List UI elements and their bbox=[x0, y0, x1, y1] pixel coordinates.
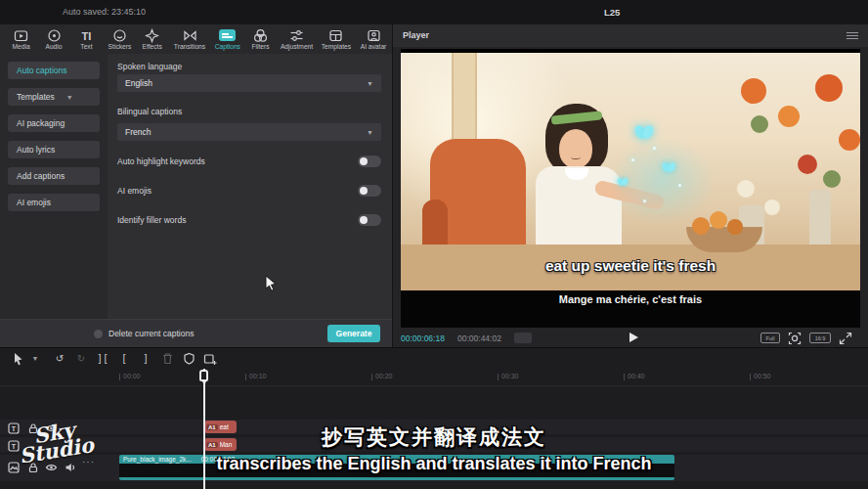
redo-icon[interactable]: ↻ bbox=[70, 350, 92, 368]
tab-adjustment[interactable]: Adjustment bbox=[277, 25, 317, 53]
burned-subtitle-chinese: 抄写英文并翻译成法文 bbox=[0, 423, 868, 451]
text-icon: TI bbox=[79, 28, 94, 42]
sidebar-item-templates[interactable]: Templates▼ bbox=[8, 88, 100, 106]
video-frame bbox=[401, 53, 860, 290]
captions-sidebar: Auto captions Templates▼ AI packaging Au… bbox=[0, 54, 108, 319]
mouse-cursor bbox=[265, 275, 278, 295]
svg-text:TI: TI bbox=[82, 29, 92, 41]
autosave-status: Auto saved: 23:45:10 bbox=[63, 7, 146, 17]
captions-actionbar: Delete current captions Generate bbox=[0, 319, 392, 347]
sidebar-item-ai-packaging[interactable]: AI packaging bbox=[8, 114, 100, 132]
checkbox-icon bbox=[94, 330, 103, 338]
current-time: 00:00:06:18 bbox=[401, 333, 445, 343]
select-tool-icon[interactable] bbox=[8, 350, 29, 368]
delete-icon[interactable] bbox=[156, 350, 178, 368]
sidebar-item-auto-captions[interactable]: Auto captions bbox=[8, 62, 100, 79]
player-title: Player bbox=[403, 30, 429, 40]
templates-icon bbox=[328, 28, 343, 42]
filters-icon bbox=[253, 28, 268, 42]
topbar: Auto saved: 23:45:10 L25 bbox=[0, 0, 868, 24]
chevron-down-icon: ▼ bbox=[66, 94, 73, 101]
tab-media[interactable]: Media bbox=[5, 25, 38, 53]
tab-filters[interactable]: Filters bbox=[243, 25, 277, 53]
auto-highlight-toggle[interactable] bbox=[358, 156, 381, 167]
caption-settings: Spoken language English ▼ Bilingual capt… bbox=[108, 54, 392, 319]
video-preview: eat up sweetie it's fresh Mange ma chéri… bbox=[401, 49, 860, 328]
tab-effects[interactable]: Effects bbox=[136, 25, 169, 53]
transitions-icon bbox=[183, 28, 197, 42]
spoken-language-select[interactable]: English ▼ bbox=[117, 74, 381, 92]
sidebar-item-add-captions[interactable]: Add captions bbox=[8, 167, 100, 185]
split-icon[interactable]: ][ bbox=[92, 350, 113, 368]
ribbon-toolbar: Media Audio TI Text Stickers Effects Tra… bbox=[0, 24, 392, 54]
player-panel: Player bbox=[393, 24, 868, 347]
player-menu-icon[interactable] bbox=[846, 32, 858, 41]
timeline-toolbar: ▼ ↺ ↻ ][ [ ] bbox=[0, 348, 868, 369]
undo-icon[interactable]: ↺ bbox=[49, 350, 70, 368]
tab-stickers[interactable]: Stickers bbox=[104, 25, 137, 53]
auto-highlight-row: Auto highlight keywords bbox=[117, 156, 381, 167]
sidebar-item-auto-lyrics[interactable]: Auto lyrics bbox=[8, 141, 100, 158]
generate-button[interactable]: Generate bbox=[327, 325, 380, 342]
sidebar-item-ai-emojis[interactable]: AI emojis bbox=[8, 194, 100, 211]
trim-right-icon[interactable]: ] bbox=[135, 350, 156, 368]
tab-transitions[interactable]: Transitions bbox=[169, 25, 211, 53]
ai-avatar-icon bbox=[367, 28, 381, 42]
stickers-icon bbox=[112, 28, 127, 42]
playhead-handle[interactable] bbox=[199, 370, 208, 381]
total-duration: 00:00:44:02 bbox=[457, 333, 501, 343]
adjustment-icon bbox=[289, 28, 304, 42]
filler-words-toggle[interactable] bbox=[358, 214, 381, 226]
select-tool-chevron-icon[interactable]: ▼ bbox=[29, 350, 41, 368]
chevron-down-icon: ▼ bbox=[367, 80, 373, 87]
filler-words-row: Identify filler words bbox=[117, 214, 381, 226]
timeline-ruler[interactable]: 00:00 00:10 00:20 00:30 00:40 00:50 bbox=[0, 369, 868, 386]
mask-icon[interactable] bbox=[178, 350, 199, 368]
bilingual-captions-label: Bilingual captions bbox=[117, 107, 182, 116]
ai-emojis-row: AI emojis bbox=[117, 185, 381, 197]
session-label: L25 bbox=[604, 7, 620, 18]
chevron-down-icon: ▼ bbox=[367, 129, 373, 136]
captions-icon bbox=[219, 28, 236, 42]
ai-emojis-toggle[interactable] bbox=[358, 185, 381, 197]
preview-caption-primary[interactable]: eat up sweetie it's fresh bbox=[401, 257, 860, 275]
quality-button[interactable]: Full bbox=[760, 333, 780, 343]
player-header: Player bbox=[393, 24, 868, 47]
burned-subtitle-english: transcribes the English and translates i… bbox=[0, 454, 868, 474]
media-icon bbox=[14, 28, 28, 42]
preview-caption-bilingual[interactable]: Mange ma chérie, c'est frais bbox=[401, 293, 860, 305]
tab-templates[interactable]: Templates bbox=[317, 25, 355, 53]
ratio-button[interactable]: 16:9 bbox=[809, 333, 831, 343]
play-button[interactable] bbox=[626, 331, 639, 344]
bilingual-language-select[interactable]: French ▼ bbox=[117, 123, 381, 141]
tab-text[interactable]: TI Text bbox=[70, 25, 104, 53]
capcut-window: Auto saved: 23:45:10 L25 Media Audio TI … bbox=[0, 0, 868, 489]
playhead-tip bbox=[202, 381, 206, 385]
tab-captions[interactable]: Captions bbox=[211, 25, 244, 53]
trim-left-icon[interactable]: [ bbox=[113, 350, 135, 368]
player-controls: 00:00:06:18 00:00:44:02 Full 16:9 bbox=[393, 330, 868, 347]
tab-audio[interactable]: Audio bbox=[38, 25, 71, 53]
captions-panel: Auto captions Templates▼ AI packaging Au… bbox=[0, 54, 392, 347]
audio-icon bbox=[47, 28, 62, 42]
crop-icon[interactable] bbox=[199, 350, 221, 368]
spoken-language-label: Spoken language bbox=[117, 62, 182, 71]
effects-icon bbox=[145, 28, 159, 42]
time-options-chip[interactable] bbox=[514, 333, 532, 343]
delete-captions-checkbox[interactable]: Delete current captions bbox=[94, 329, 194, 338]
tab-ai-avatar[interactable]: AI avatar bbox=[356, 25, 392, 53]
